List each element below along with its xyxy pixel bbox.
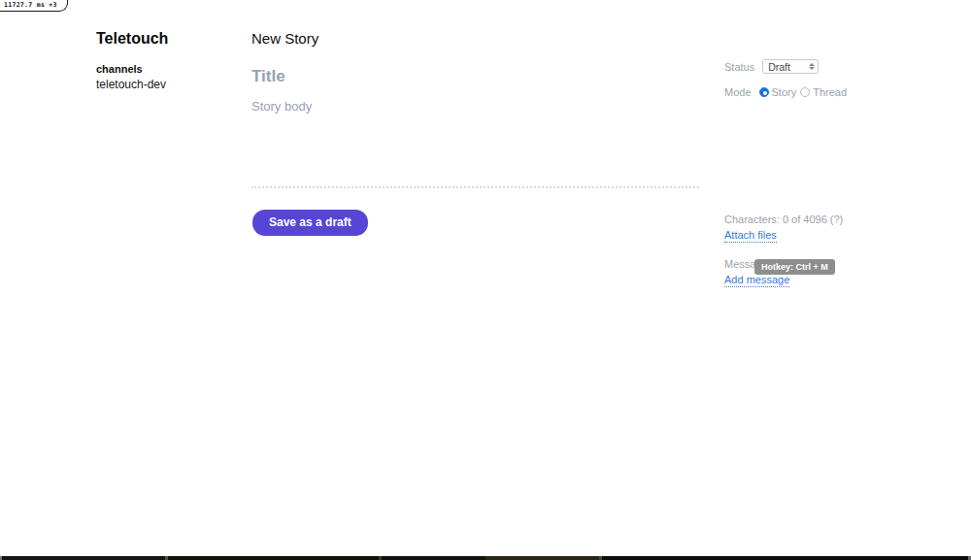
status-select[interactable]: Draft (762, 59, 819, 74)
mode-radio-story[interactable]: Story (759, 86, 797, 98)
add-message-link[interactable]: Add message (724, 274, 789, 287)
sidebar-item-channel[interactable]: teletouch-dev (96, 78, 242, 91)
mode-radio-thread[interactable]: Thread (800, 86, 847, 98)
settings-panel: Status Draft Mode Story Thread Character… (724, 59, 919, 287)
divider (251, 186, 699, 188)
title-input[interactable] (251, 67, 699, 86)
status-row: Status Draft (724, 59, 919, 74)
bottom-bar (0, 556, 971, 560)
hotkey-tooltip: Hotkey: Ctrl + M (754, 259, 835, 275)
page-title: New Story (251, 30, 699, 47)
radio-label-story: Story (772, 86, 797, 98)
app-title: Teletouch (96, 30, 242, 48)
performance-badge: 11727.7 ms +3 (0, 0, 68, 12)
radio-icon (800, 87, 810, 97)
save-draft-button[interactable]: Save as a draft (252, 210, 368, 236)
status-label: Status (724, 61, 754, 73)
story-body-input[interactable] (251, 99, 699, 182)
select-stepper-icon (807, 61, 816, 72)
new-story-form: New Story Save as a draft (251, 30, 699, 236)
sidebar: Teletouch channels teletouch-dev (96, 30, 242, 91)
characters-counter: Characters: 0 of 4096 (?) (724, 214, 919, 225)
attach-files-link[interactable]: Attach files (724, 229, 777, 243)
channels-section-label: channels (96, 63, 242, 75)
radio-label-thread: Thread (813, 86, 847, 98)
radio-icon (759, 87, 769, 97)
mode-label: Mode (724, 86, 752, 98)
mode-row: Mode Story Thread (724, 86, 919, 98)
status-select-value: Draft (768, 61, 790, 73)
